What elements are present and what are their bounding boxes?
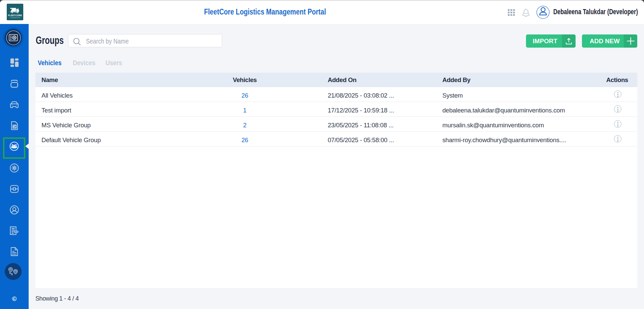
svg-text:- LOGISTICS -: - LOGISTICS - xyxy=(9,17,22,19)
svg-text:FLEETCORE: FLEETCORE xyxy=(8,14,22,17)
